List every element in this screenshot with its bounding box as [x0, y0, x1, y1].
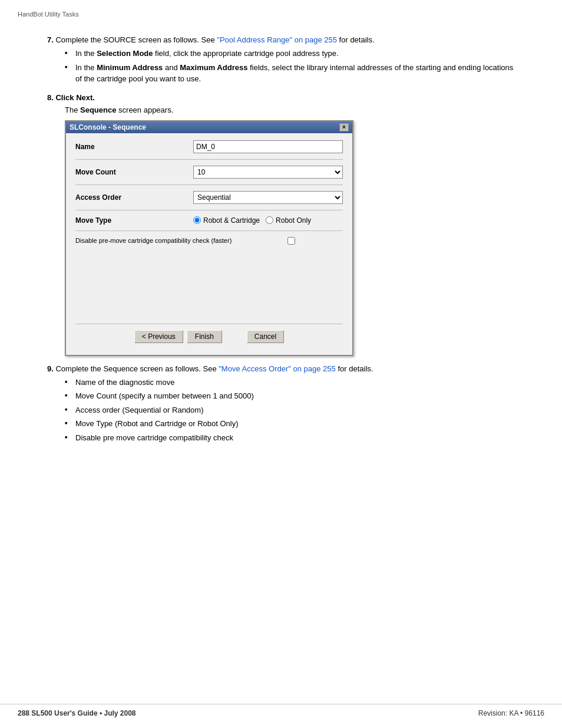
name-input[interactable] — [193, 140, 343, 153]
dialog-buttons: < Previous Finish Cancel — [75, 324, 343, 348]
step-9: 9. Complete the Sequence screen as follo… — [47, 364, 515, 444]
access-order-select[interactable]: Sequential Random — [193, 191, 343, 204]
robot-only-option: Robot Only — [266, 216, 311, 225]
step-9-intro: 9. Complete the Sequence screen as follo… — [47, 364, 515, 373]
robot-only-radio[interactable] — [266, 216, 273, 224]
step-9-bullets: Name of the diagnostic move Move Count (… — [65, 377, 515, 444]
footer-left: 288 SL500 User's Guide • July 2008 — [18, 709, 136, 717]
access-order-field: Sequential Random — [193, 191, 343, 204]
access-order-row: Access Order Sequential Random — [75, 191, 343, 204]
previous-button[interactable]: < Previous — [134, 330, 183, 343]
cancel-button[interactable]: Cancel — [247, 330, 284, 343]
footer-right: Revision: KA • 96116 — [478, 709, 544, 717]
robot-only-label: Robot Only — [276, 216, 311, 225]
step-8-subtext: The Sequence screen appears. — [65, 106, 515, 114]
step-7-bullet-1: In the Selection Mode field, click the a… — [65, 48, 515, 60]
move-count-field: 10 — [193, 166, 343, 179]
disable-checkbox-container — [276, 237, 343, 245]
step-7-bullet-2: In the Minimum Address and Maximum Addre… — [65, 62, 515, 85]
disable-label: Disable pre-move cartridge compatibility… — [75, 237, 276, 244]
move-type-radio-group: Robot & Cartridge Robot Only — [193, 216, 343, 225]
step-9-bullet-4: Move Type (Robot and Cartridge or Robot … — [65, 418, 515, 430]
disable-checkbox-row: Disable pre-move cartridge compatibility… — [75, 237, 343, 245]
access-order-label: Access Order — [75, 193, 193, 202]
move-count-select[interactable]: 10 — [193, 166, 343, 179]
finish-button[interactable]: Finish — [187, 330, 222, 343]
step-9-bullet-3: Access order (Sequential or Random) — [65, 404, 515, 416]
name-label: Name — [75, 143, 193, 151]
page-header: HandBot Utility Tasks — [0, 0, 562, 18]
robot-cartridge-label: Robot & Cartridge — [203, 216, 260, 225]
move-count-label: Move Count — [75, 168, 193, 176]
step-9-bullet-2: Move Count (specify a number between 1 a… — [65, 390, 515, 402]
move-type-label: Move Type — [75, 216, 193, 225]
robot-cartridge-radio[interactable] — [193, 216, 201, 224]
move-type-row: Move Type Robot & Cartridge Robot Only — [75, 216, 343, 225]
step-9-number: 9. — [47, 364, 54, 373]
dialog-body: Name Move Count 10 — [66, 133, 352, 355]
step-9-text: Complete the Sequence screen as follows.… — [55, 364, 373, 373]
move-access-order-link[interactable]: "Move Access Order" on page 255 — [219, 364, 336, 373]
pool-address-link[interactable]: "Pool Address Range" on page 255 — [217, 35, 337, 44]
name-field — [193, 140, 343, 153]
name-row: Name — [75, 140, 343, 153]
step-7: 7. Complete the SOURCE screen as follows… — [47, 35, 515, 85]
dialog-spacer — [75, 251, 343, 321]
dialog-title: SLConsole - Sequence — [70, 123, 146, 131]
page-content: 7. Complete the SOURCE screen as follows… — [0, 18, 562, 475]
step-8: 8. Click Next. The Sequence screen appea… — [47, 93, 515, 356]
step-8-intro: 8. Click Next. — [47, 93, 515, 102]
disable-checkbox[interactable] — [287, 237, 295, 245]
header-text: HandBot Utility Tasks — [18, 11, 79, 18]
dialog-close-button[interactable]: × — [339, 123, 349, 131]
sequence-dialog: SLConsole - Sequence × Name Move Count — [65, 120, 353, 356]
page-footer: 288 SL500 User's Guide • July 2008 Revis… — [0, 704, 562, 717]
step-7-number: 7. — [47, 35, 54, 44]
move-type-field: Robot & Cartridge Robot Only — [193, 216, 343, 225]
step-7-bullets: In the Selection Mode field, click the a… — [65, 48, 515, 85]
dialog-titlebar: SLConsole - Sequence × — [66, 121, 352, 133]
step-9-bullet-1: Name of the diagnostic move — [65, 377, 515, 388]
step-7-intro: 7. Complete the SOURCE screen as follows… — [47, 35, 515, 44]
move-count-row: Move Count 10 — [75, 166, 343, 179]
step-9-bullet-5: Disable pre move cartridge compatibility… — [65, 432, 515, 444]
step-7-text: Complete the SOURCE screen as follows. S… — [55, 35, 374, 44]
step-8-number: 8. — [47, 93, 54, 102]
robot-cartridge-option: Robot & Cartridge — [193, 216, 260, 225]
